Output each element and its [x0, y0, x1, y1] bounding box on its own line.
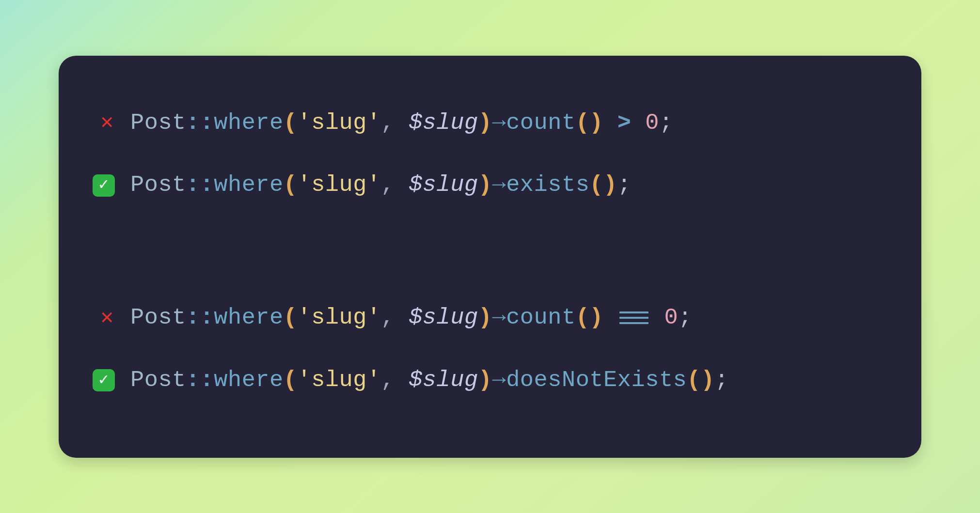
spacer: [93, 200, 887, 304]
token: ,: [381, 109, 409, 138]
token: ;: [715, 366, 729, 395]
token: Post: [130, 109, 186, 138]
token: >: [603, 109, 645, 138]
token: (: [284, 171, 298, 200]
token: Post: [130, 366, 186, 395]
token: ;: [659, 109, 673, 138]
token: 0: [664, 304, 679, 332]
cross-icon: ✕: [93, 305, 122, 331]
token: [650, 304, 664, 332]
token: where: [214, 366, 284, 395]
token: ): [478, 366, 492, 395]
spacer: [93, 332, 887, 366]
token: $slug: [409, 109, 478, 138]
code-line-2: ✓ Post::where('slug', $slug)→exists();: [93, 171, 887, 200]
token: where: [214, 304, 284, 332]
code-card: ✕ Post::where('slug', $slug)→count() > 0…: [59, 56, 921, 458]
token: (: [284, 304, 298, 332]
identical-operator-icon: [619, 310, 648, 326]
code-line-3: ✕ Post::where('slug', $slug)→count() 0;: [93, 304, 887, 332]
token: 0: [645, 109, 659, 138]
token: ): [478, 171, 492, 200]
check-icon: ✓: [93, 369, 115, 391]
token: exists: [506, 171, 589, 200]
token: (): [576, 109, 603, 138]
token: ::: [186, 171, 214, 200]
token: Post: [130, 304, 186, 332]
token: (): [687, 366, 714, 395]
token: ): [478, 109, 492, 138]
token: count: [506, 304, 576, 332]
token: $slug: [409, 171, 478, 200]
token: 'slug': [298, 366, 381, 395]
token: →: [492, 304, 506, 332]
token: ;: [617, 171, 632, 200]
token: ::: [186, 304, 214, 332]
token: ::: [186, 109, 214, 138]
token: $slug: [409, 366, 478, 395]
token: $slug: [409, 304, 478, 332]
token: ::: [186, 366, 214, 395]
token: Post: [130, 171, 186, 200]
token: 'slug': [298, 109, 381, 138]
token: (): [589, 171, 617, 200]
token: (: [284, 366, 298, 395]
token: 'slug': [298, 171, 381, 200]
code-line-4: ✓ Post::where('slug', $slug)→doesNotExis…: [93, 366, 887, 395]
token: →: [492, 171, 506, 200]
token: (: [284, 109, 298, 138]
token: doesNotExists: [506, 366, 687, 395]
token: ,: [381, 366, 409, 395]
token: count: [506, 109, 576, 138]
token: →: [492, 366, 506, 395]
cross-icon: ✕: [93, 109, 122, 136]
token: where: [214, 109, 284, 138]
token: [603, 304, 617, 332]
token: →: [492, 109, 506, 138]
spacer: [93, 137, 887, 171]
code-line-1: ✕ Post::where('slug', $slug)→count() > 0…: [93, 109, 887, 138]
token: where: [214, 171, 284, 200]
token: 'slug': [298, 304, 381, 332]
token: ,: [381, 171, 409, 200]
token: ;: [678, 304, 692, 332]
check-icon: ✓: [93, 174, 115, 197]
token: ): [478, 304, 492, 332]
token: ,: [381, 304, 409, 332]
token: (): [576, 304, 603, 332]
